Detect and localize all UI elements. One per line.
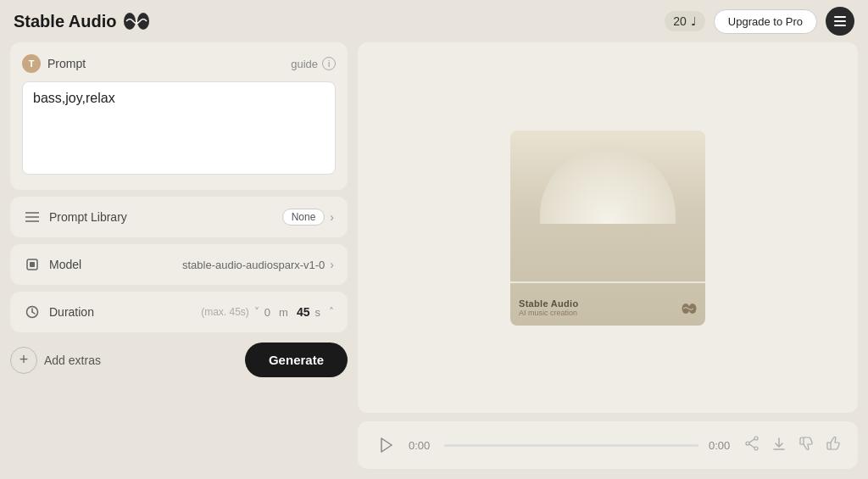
model-value: stable-audio-audiosparx-v1-0 — [182, 259, 325, 271]
album-subtitle-text: AI music creation — [519, 309, 697, 317]
menu-line-1 — [834, 16, 846, 18]
duration-up-arrow[interactable]: ˄ — [329, 306, 334, 318]
guide-label: guide — [291, 58, 318, 70]
duration-down-arrow[interactable]: ˅ — [254, 306, 259, 318]
album-info: Stable Audio AI music creation — [519, 298, 697, 317]
duration-seconds-value: 45 — [297, 305, 310, 319]
album-card: Stable Audio AI music creation — [358, 42, 858, 413]
prompt-label: Prompt — [47, 57, 86, 70]
model-row[interactable]: Model stable-audio-audiosparx-v1-0 › — [10, 244, 348, 285]
model-label: Model — [49, 258, 182, 271]
credits-icon: ♩ — [691, 14, 697, 28]
album-brand-text: Stable Audio — [519, 298, 697, 309]
album-dome-shape — [540, 148, 676, 224]
prompt-library-label: Prompt Library — [49, 210, 282, 224]
svg-line-9 — [32, 312, 35, 314]
main-content: T Prompt guide i bass,joy,relax Prompt L… — [0, 42, 868, 479]
bottom-row: + Add extras Generate — [10, 343, 348, 377]
credits-badge: 20 ♩ — [665, 11, 705, 31]
svg-line-16 — [749, 439, 754, 443]
prompt-library-row[interactable]: Prompt Library None › — [10, 197, 348, 237]
svg-marker-12 — [381, 438, 392, 452]
generate-button[interactable]: Generate — [245, 343, 348, 377]
add-extras-icon: + — [10, 347, 37, 374]
like-button[interactable] — [826, 436, 841, 454]
svg-point-14 — [754, 447, 758, 450]
album-horizon-line — [510, 281, 705, 283]
header: Stable Audio 20 ♩ Upgrade to Pro — [0, 0, 868, 42]
prompt-library-value: None — [282, 209, 326, 226]
duration-sublabel: (max. 45s) — [201, 306, 249, 318]
duration-controls: ˅ 0 m 45 s ˄ — [254, 305, 334, 319]
app-title: Stable Audio — [14, 12, 116, 31]
upgrade-button[interactable]: Upgrade to Pro — [714, 9, 817, 34]
credits-value: 20 — [673, 14, 687, 28]
app-logo-icon — [123, 13, 150, 30]
duration-minutes-unit: m — [279, 306, 288, 319]
add-extras-label: Add extras — [44, 354, 101, 367]
model-chevron: › — [330, 258, 334, 271]
duration-minutes-value: 0 — [264, 306, 270, 319]
duration-label: Duration — [49, 305, 201, 319]
prompt-header-left: T Prompt — [22, 54, 86, 73]
download-button[interactable] — [771, 436, 787, 454]
player-actions — [744, 436, 841, 454]
duration-seconds-unit: s — [315, 306, 321, 319]
right-panel: Stable Audio AI music creation — [358, 42, 858, 469]
share-button[interactable] — [744, 436, 760, 454]
header-left: Stable Audio — [14, 12, 150, 31]
album-art-wrapper: Stable Audio AI music creation — [366, 51, 849, 404]
player-time-start: 0:00 — [409, 439, 434, 452]
player-time-end: 0:00 — [709, 439, 734, 452]
add-extras-group[interactable]: + Add extras — [10, 347, 101, 374]
prompt-avatar: T — [22, 54, 41, 73]
svg-rect-6 — [30, 262, 35, 267]
svg-point-15 — [746, 442, 749, 445]
player-progress-bar[interactable] — [444, 444, 698, 447]
menu-line-2 — [834, 20, 846, 22]
duration-section: Duration (max. 45s) ˅ 0 m 45 s ˄ — [10, 292, 348, 332]
svg-line-17 — [749, 444, 754, 448]
dislike-button[interactable] — [798, 436, 814, 454]
prompt-library-icon — [24, 209, 41, 226]
header-right: 20 ♩ Upgrade to Pro — [665, 7, 854, 36]
menu-line-3 — [834, 25, 846, 26]
play-button[interactable] — [375, 433, 398, 457]
left-panel: T Prompt guide i bass,joy,relax Prompt L… — [10, 42, 358, 469]
player-card: 0:00 0:00 — [358, 421, 858, 469]
duration-icon — [24, 304, 41, 320]
prompt-library-chevron: › — [330, 210, 334, 224]
album-art: Stable Audio AI music creation — [510, 131, 705, 326]
svg-point-13 — [754, 437, 758, 440]
menu-button[interactable] — [826, 7, 854, 36]
prompt-header: T Prompt guide i — [22, 54, 336, 73]
prompt-textarea[interactable]: bass,joy,relax — [22, 81, 336, 175]
guide-info-icon: i — [322, 57, 336, 70]
model-icon — [24, 256, 41, 273]
prompt-section: T Prompt guide i bass,joy,relax — [10, 42, 348, 190]
guide-link[interactable]: guide i — [291, 57, 336, 70]
